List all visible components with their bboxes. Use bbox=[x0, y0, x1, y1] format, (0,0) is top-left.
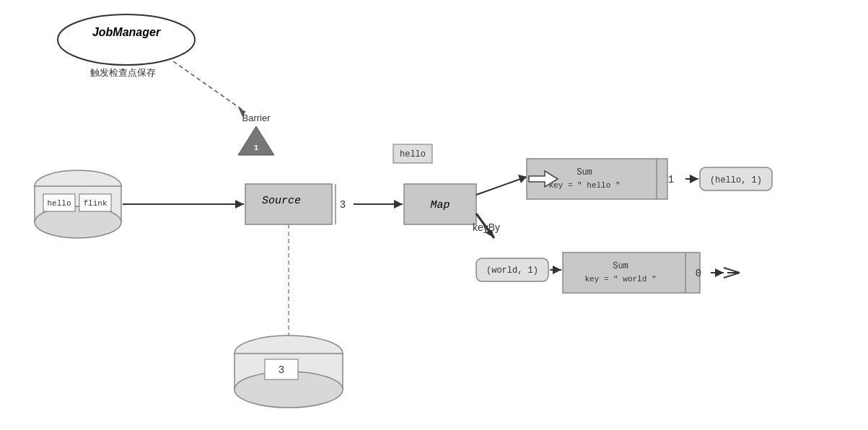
trigger-text: 触发检查点保存 bbox=[90, 67, 156, 78]
svg-text:flink: flink bbox=[83, 199, 107, 208]
svg-text:Sum: Sum bbox=[577, 167, 592, 177]
svg-text:hello: hello bbox=[47, 199, 71, 208]
svg-text:keyBy: keyBy bbox=[473, 221, 500, 233]
svg-text:key = " world ": key = " world " bbox=[584, 275, 656, 284]
svg-point-1 bbox=[58, 14, 195, 65]
svg-text:(world, 1): (world, 1) bbox=[486, 266, 538, 276]
svg-text:Map: Map bbox=[430, 199, 450, 211]
svg-text:0: 0 bbox=[696, 268, 701, 279]
svg-text:(hello, 1): (hello, 1) bbox=[710, 175, 762, 185]
svg-text:1: 1 bbox=[668, 174, 674, 185]
svg-text:1: 1 bbox=[254, 144, 259, 152]
svg-text:JobManager: JobManager bbox=[92, 26, 161, 38]
diagram-svg: JobManager 触发检查点保存 1 Barrier hello flink… bbox=[0, 0, 868, 430]
diagram-container: JobManager 触发检查点保存 1 Barrier hello flink… bbox=[0, 0, 868, 430]
svg-text:3: 3 bbox=[279, 364, 284, 376]
svg-text:key = " hello ": key = " hello " bbox=[548, 181, 620, 190]
svg-text:Barrier: Barrier bbox=[242, 113, 271, 123]
svg-text:3: 3 bbox=[340, 199, 346, 211]
svg-text:hello: hello bbox=[400, 149, 426, 159]
svg-text:Sum: Sum bbox=[613, 261, 628, 271]
svg-text:Source: Source bbox=[262, 195, 301, 207]
svg-rect-47 bbox=[563, 253, 700, 293]
